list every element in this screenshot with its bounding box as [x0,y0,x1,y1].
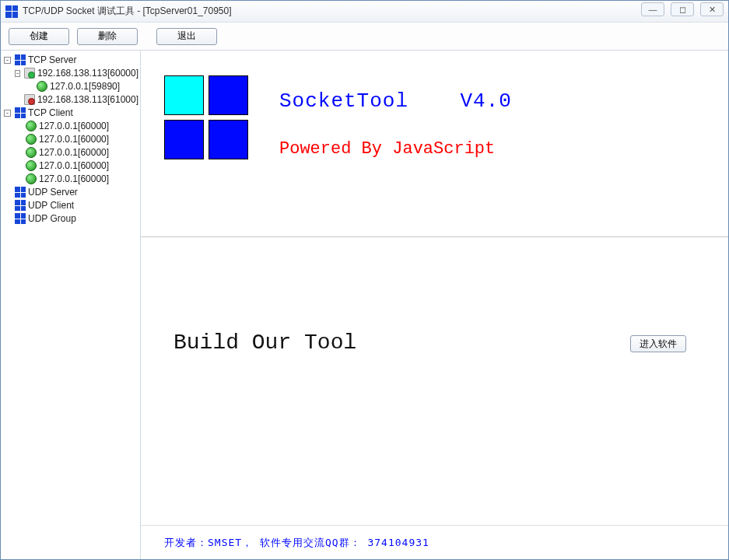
tree-node-udp-group[interactable]: UDP Group [4,212,138,226]
grid-icon [15,54,26,65]
app-icon [5,5,18,18]
delete-button[interactable]: 删除 [77,28,138,45]
grid-icon [15,200,26,211]
grid-icon [15,213,26,224]
tree-node-client[interactable]: 127.0.0.1[60000] [15,133,138,146]
exit-button[interactable]: 退出 [156,28,217,45]
tree-label: 192.168.138.113[61000] [37,93,138,106]
enter-button[interactable]: 进入软件 [630,335,686,352]
tree-label: UDP Server [28,186,78,198]
tree-label: 127.0.0.1[60000] [39,146,109,159]
tree-label: UDP Group [28,212,76,225]
tree-label: UDP Client [28,199,74,212]
tree-node-udp-server[interactable]: UDP Server [4,186,138,199]
footer-text: 开发者：SMSET， 软件专用交流QQ群： 374104931 [141,525,728,559]
brand-powered: Powered By JavaScript [279,139,512,159]
tree-node-client[interactable]: 127.0.0.1[60000] [15,120,138,133]
collapse-icon[interactable]: - [4,57,11,64]
body: - TCP Server - 192.168.138.113[60000] [1,51,728,559]
tree-label: 127.0.0.1[59890] [50,80,120,93]
tree-node-server-instance[interactable]: - 192.168.138.113[60000] [15,67,138,80]
tree-label: 127.0.0.1[60000] [39,120,109,132]
tree-label: 127.0.0.1[60000] [39,173,109,185]
brand-name: SocketTool [279,89,408,113]
tree-node-server-instance[interactable]: 192.168.138.113[61000] [15,93,138,107]
grid-icon [15,187,26,198]
logo-icon [164,75,248,159]
slogan-text: Build Our Tool [173,331,356,355]
brand-pane: SocketTool V4.0 Powered By JavaScript [141,51,728,237]
server-icon [24,94,35,105]
grid-icon [15,107,26,118]
brand-version: V4.0 [460,89,511,113]
connection-icon [26,121,37,131]
tree-node-udp-client[interactable]: UDP Client [4,199,138,212]
close-button[interactable]: ✕ [700,2,724,16]
minimize-button[interactable]: — [641,2,664,16]
connection-icon [26,134,37,145]
toolbar: 创建 删除 退出 [1,23,728,51]
brand-text: SocketTool V4.0 Powered By JavaScript [279,72,512,159]
titlebar[interactable]: TCP/UDP Socket 调试工具 - [TcpServer01_70950… [1,1,728,23]
mid-pane: Build Our Tool 进入软件 [141,237,728,525]
collapse-icon[interactable]: - [15,70,20,77]
content-pane: SocketTool V4.0 Powered By JavaScript Bu… [141,51,728,559]
tree-label: 192.168.138.113[60000] [37,67,138,79]
window-title: TCP/UDP Socket 调试工具 - [TcpServer01_70950… [23,5,232,18]
tree-node-client[interactable]: 127.0.0.1[60000] [15,159,138,173]
connection-icon [37,81,47,92]
window-controls: — ◻ ✕ [641,2,724,16]
connection-icon [26,147,37,158]
tree-label: TCP Client [28,107,73,119]
app-window: TCP/UDP Socket 调试工具 - [TcpServer01_70950… [0,0,729,560]
tree-node-connection[interactable]: 127.0.0.1[59890] [26,80,138,93]
collapse-icon[interactable]: - [4,110,11,117]
tree-node-client[interactable]: 127.0.0.1[60000] [15,146,138,159]
tree-label: 127.0.0.1[60000] [39,159,109,172]
tree-node-tcp-server[interactable]: - TCP Server [4,54,138,67]
tree-node-tcp-client[interactable]: - TCP Client [4,107,138,120]
tree-label: TCP Server [28,54,76,66]
connection-icon [26,173,37,184]
create-button[interactable]: 创建 [9,28,69,45]
tree-node-client[interactable]: 127.0.0.1[60000] [15,173,138,186]
server-icon [24,68,35,79]
sidebar-tree[interactable]: - TCP Server - 192.168.138.113[60000] [1,51,141,559]
connection-icon [26,160,37,171]
maximize-button[interactable]: ◻ [671,2,694,16]
tree-label: 127.0.0.1[60000] [39,133,109,145]
